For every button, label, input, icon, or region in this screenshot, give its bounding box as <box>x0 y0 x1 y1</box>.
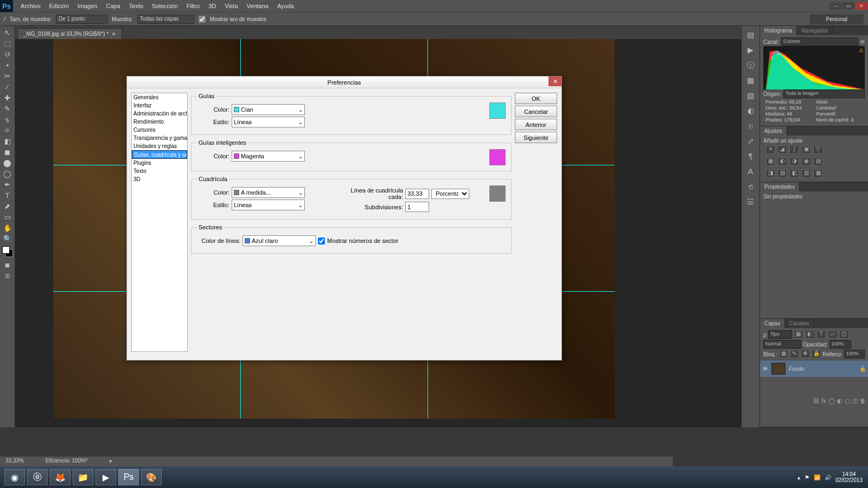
tab-navegador[interactable]: Navegador <box>797 26 833 35</box>
dialog-close-button[interactable]: ✕ <box>548 76 561 86</box>
guias-color-select[interactable]: Cian <box>232 104 305 115</box>
grid-every-input[interactable] <box>405 189 429 199</box>
menu-3d[interactable]: 3D <box>204 3 220 9</box>
adj-photo-icon[interactable]: ◉ <box>801 157 811 166</box>
side-archivos[interactable]: Administración de archivos <box>132 110 187 118</box>
blur-tool-icon[interactable]: ⬤ <box>1 157 14 168</box>
move-tool-icon[interactable]: ↖ <box>1 27 14 38</box>
info-icon[interactable]: ⓘ <box>745 61 756 72</box>
taskbar-paint-icon[interactable]: 🎨 <box>141 469 162 485</box>
tray-chevron-icon[interactable]: ▴ <box>797 474 800 480</box>
filter-pixel-icon[interactable]: ▦ <box>794 330 803 339</box>
type-tool-icon[interactable]: T <box>1 190 14 201</box>
adj-invert-icon[interactable]: ◨ <box>765 169 775 178</box>
eraser-tool-icon[interactable]: ◧ <box>1 136 14 146</box>
adj-gradient-icon[interactable]: ▥ <box>801 169 811 178</box>
guias-estilo-select[interactable]: Líneas <box>232 117 305 127</box>
history-brush-icon[interactable]: ꩜ <box>1 125 14 136</box>
character-icon[interactable]: A <box>745 167 756 178</box>
side-generales[interactable]: Generales <box>132 93 187 101</box>
cancel-button[interactable]: Cancelar <box>515 106 557 117</box>
grid-sub-input[interactable] <box>405 202 429 212</box>
taskbar-explorer-icon[interactable]: 📁 <box>73 469 93 485</box>
mask-icon[interactable]: ◯ <box>828 397 835 404</box>
side-guias[interactable]: Guías, cuadrícula y sectores <box>132 150 187 159</box>
side-rendimiento[interactable]: Rendimiento <box>132 118 187 126</box>
fx-icon[interactable]: fx <box>821 397 826 404</box>
close-icon[interactable]: ✕ <box>112 31 116 37</box>
channels-icon[interactable]: ⎌ <box>745 121 756 132</box>
side-transparencia[interactable]: Transparencia y gama <box>132 134 187 142</box>
grid-estilo-select[interactable]: Líneas <box>232 200 305 210</box>
adjustment-icon[interactable]: ◐ <box>837 397 843 404</box>
taskbar-firefox-icon[interactable]: 🦊 <box>50 469 71 485</box>
tab-histograma[interactable]: Histograma <box>760 26 797 35</box>
color-swatches[interactable] <box>2 246 13 257</box>
screenmode-icon[interactable]: ⎚ <box>1 270 14 281</box>
eyedropper-icon[interactable]: ⁄ <box>4 16 5 22</box>
efficiency[interactable]: Eficiencia: 100%* <box>46 458 88 465</box>
adj-poster-icon[interactable]: ▨ <box>777 169 787 178</box>
tab-propiedades[interactable]: Propiedades <box>760 182 800 191</box>
lock-all-icon[interactable]: 🔒 <box>812 350 821 358</box>
adj-mixer-icon[interactable]: ▤ <box>813 157 823 166</box>
ok-button[interactable]: OK <box>515 93 557 104</box>
zoom-value[interactable]: 33,33% <box>5 458 24 465</box>
filter-adj-icon[interactable]: ◐ <box>805 330 815 339</box>
canal-select[interactable]: Colores <box>781 37 858 46</box>
next-button[interactable]: Siguiente <box>515 132 557 143</box>
opacity-input[interactable]: 100% <box>829 340 851 349</box>
refresh-icon[interactable]: ⟳ <box>860 39 865 45</box>
grid-color-select[interactable]: A medida... <box>232 187 305 198</box>
side-plugins[interactable]: Plugins <box>132 159 187 167</box>
crop-tool-icon[interactable]: ✂ <box>1 70 14 81</box>
smart-preview[interactable] <box>489 149 506 165</box>
side-texto[interactable]: Texto <box>132 167 187 175</box>
filter-text-icon[interactable]: T <box>816 330 826 339</box>
window-minimize[interactable]: ─ <box>829 2 841 10</box>
workspace-switcher[interactable]: Personal <box>810 14 864 24</box>
adj-exposure-icon[interactable]: ▣ <box>801 145 811 154</box>
tray-volume-icon[interactable]: 🔊 <box>825 474 831 480</box>
marquee-tool-icon[interactable]: ⬚ <box>1 38 14 49</box>
filter-smart-icon[interactable]: ◫ <box>839 330 849 339</box>
styles-icon[interactable]: ◐ <box>745 106 756 117</box>
wand-tool-icon[interactable]: ⭑ <box>1 60 14 70</box>
history-icon[interactable]: ▤ <box>745 30 756 41</box>
tab-capas[interactable]: Capas <box>760 319 785 328</box>
slices-show-check[interactable] <box>318 237 325 245</box>
layer-row-fondo[interactable]: 👁 Fondo 🔒 <box>760 361 868 377</box>
stamp-tool-icon[interactable]: ꜱ <box>1 114 14 125</box>
adj-vibrance-icon[interactable]: ▽ <box>813 145 823 154</box>
tray-flag-icon[interactable]: ⚑ <box>805 474 809 480</box>
hand-tool-icon[interactable]: ✋ <box>1 222 14 233</box>
document-tab[interactable]: _MG_0198.jpg al 33,3% (RGB/8*) * ✕ <box>17 28 122 39</box>
path-tool-icon[interactable]: ⬈ <box>1 201 14 211</box>
gradient-tool-icon[interactable]: ◼ <box>1 146 14 157</box>
tray-network-icon[interactable]: 📶 <box>814 474 820 480</box>
swatches-icon[interactable]: ▦ <box>745 76 756 87</box>
window-maximize[interactable]: ▭ <box>843 2 854 10</box>
paths-icon[interactable]: ⤢ <box>745 137 756 147</box>
zoom-tool-icon[interactable]: 🔍 <box>1 233 14 244</box>
menu-capa[interactable]: Capa <box>101 3 124 9</box>
pen-tool-icon[interactable]: ✒ <box>1 179 14 190</box>
menu-ayuda[interactable]: Ayuda <box>273 3 298 9</box>
taskbar-ie-icon[interactable]: ⓔ <box>27 469 48 485</box>
lock-trans-icon[interactable]: ▦ <box>779 350 788 358</box>
trash-icon[interactable]: 🗑 <box>860 397 866 404</box>
link-icon[interactable]: ⛓ <box>813 397 819 404</box>
layers-icon[interactable]: ☱ <box>745 197 756 208</box>
lasso-tool-icon[interactable]: ଓ <box>1 49 14 60</box>
window-close[interactable]: ✕ <box>856 2 867 10</box>
side-cursores[interactable]: Cursores <box>132 126 187 134</box>
tray-clock[interactable]: 14:0402/02/2013 <box>835 471 863 483</box>
actions-play-icon[interactable]: ▶ <box>745 46 756 56</box>
grid-unit-select[interactable]: Porcentaje <box>431 189 469 199</box>
smart-color-select[interactable]: Magenta <box>232 151 305 162</box>
tab-ajustes[interactable]: Ajustes <box>760 126 787 136</box>
color-icon[interactable]: ▧ <box>745 91 756 102</box>
menu-filtro[interactable]: Filtro <box>182 3 204 9</box>
menu-texto[interactable]: Texto <box>125 3 148 9</box>
adj-curves-icon[interactable]: ∫ <box>789 145 799 154</box>
